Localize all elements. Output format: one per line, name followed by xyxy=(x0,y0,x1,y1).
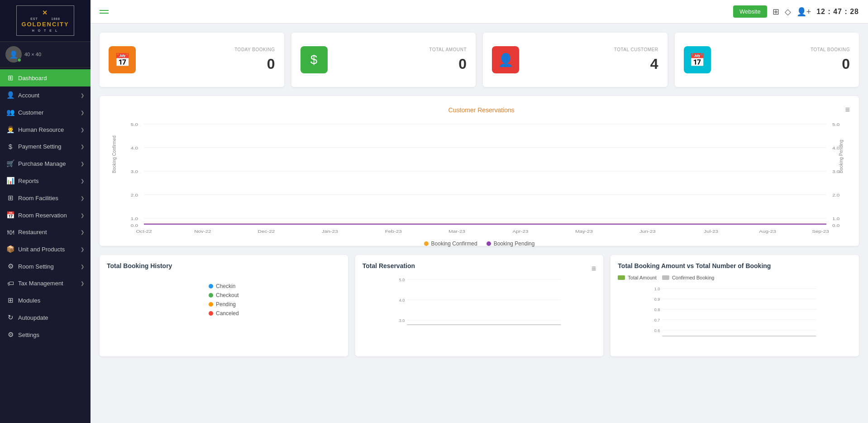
svg-text:Feb-23: Feb-23 xyxy=(385,229,402,234)
logo-box: ✕ EST 1888 GOLDENCITY H O T E L xyxy=(16,5,74,36)
svg-text:5.0: 5.0 xyxy=(399,278,405,282)
legend-dot xyxy=(209,284,213,288)
nav-item-left-autoupdate: ↻ Autoupdate xyxy=(6,313,48,322)
sidebar-item-reports[interactable]: 📊 Reports ❯ xyxy=(0,172,91,189)
nav-item-left-account: 👤 Account xyxy=(6,91,39,99)
sidebar-item-dashboard[interactable]: ⊞ Dashboard xyxy=(0,69,91,87)
topbar-right: Website ⊞ ◇ 👤+ 12 : 47 : 28 xyxy=(733,5,859,18)
stat-card-total-amount: $ TOTAL AMOUNT 0 xyxy=(291,33,476,87)
sidebar-item-tax-management[interactable]: 🏷 Tax Management ❯ xyxy=(0,275,91,292)
user-plus-icon[interactable]: 👤+ xyxy=(796,7,811,17)
nav-item-left-restaurent: 🍽 Restaurent xyxy=(6,228,47,236)
sidebar-item-room-facilities[interactable]: ⊞ Room Facilities ❯ xyxy=(0,189,91,207)
reservation-chart-svg: 5.0 4.0 3.0 xyxy=(362,275,596,347)
svg-text:Jan-23: Jan-23 xyxy=(322,229,338,234)
stat-label-total-customer: TOTAL CUSTOMER xyxy=(526,47,658,52)
sidebar-item-restaurent[interactable]: 🍽 Restaurent ❯ xyxy=(0,224,91,240)
nav-label-customer: Customer xyxy=(18,109,43,116)
diamond-icon[interactable]: ◇ xyxy=(785,7,791,17)
svg-text:0.8: 0.8 xyxy=(654,308,660,312)
stat-label-total-booking: TOTAL BOOKING xyxy=(718,47,850,52)
stat-value-total-amount: 0 xyxy=(335,56,467,72)
nav-icon-payment-setting: $ xyxy=(6,143,14,150)
nav-chevron-human-resource: ❯ xyxy=(81,127,84,132)
sidebar-item-human-resource[interactable]: 👨‍💼 Human Resource ❯ xyxy=(0,121,91,138)
nav-item-left-modules: ⊞ Modules xyxy=(6,296,40,304)
chart-container: 5.0 4.0 3.0 2.0 1.0 0.0 5.0 4.0 3.0 2.0 … xyxy=(109,119,850,237)
svg-text:1.0: 1.0 xyxy=(832,216,839,221)
amount-booking-legend: Total AmountConfirmed Booking xyxy=(618,275,852,280)
sidebar-nav: ⊞ Dashboard 👤 Account ❯ 👥 Customer ❯ 👨‍💼… xyxy=(0,67,91,423)
sidebar-item-room-reservation[interactable]: 📅 Room Reservation ❯ xyxy=(0,207,91,224)
sidebar-item-modules[interactable]: ⊞ Modules xyxy=(0,292,91,309)
reservation-card-header: Total Reservation ≡ xyxy=(362,262,596,275)
avatar: 👤 xyxy=(5,46,22,62)
svg-text:5.0: 5.0 xyxy=(832,122,839,127)
legend-confirmed: Booking Confirmed xyxy=(424,240,477,247)
legend-dot xyxy=(209,311,213,316)
nav-label-room-facilities: Room Facilities xyxy=(18,195,58,202)
hamburger-menu[interactable] xyxy=(100,10,109,14)
sidebar-item-unit-and-products[interactable]: 📦 Unit and Products ❯ xyxy=(0,240,91,258)
nav-item-left-tax-management: 🏷 Tax Management xyxy=(6,279,63,287)
sidebar: ✕ EST 1888 GOLDENCITY H O T E L 👤 40 × 4… xyxy=(0,0,91,423)
nav-icon-customer: 👥 xyxy=(6,108,14,116)
nav-icon-room-reservation: 📅 xyxy=(6,211,14,219)
svg-text:Sep-23: Sep-23 xyxy=(812,229,829,234)
sidebar-item-room-setting[interactable]: ⚙ Room Setting ❯ xyxy=(0,258,91,275)
nav-label-room-setting: Room Setting xyxy=(18,263,54,270)
amount-legend-item-total-amount: Total Amount xyxy=(618,275,657,280)
amount-legend-dot xyxy=(618,275,625,280)
nav-label-unit-and-products: Unit and Products xyxy=(18,246,65,253)
svg-text:2.0: 2.0 xyxy=(131,192,138,197)
stat-card-total-booking: 📅 TOTAL BOOKING 0 xyxy=(675,33,859,87)
website-button[interactable]: Website xyxy=(733,5,767,18)
nav-label-tax-management: Tax Management xyxy=(18,280,63,287)
sidebar-item-payment-setting[interactable]: $ Payment Setting ❯ xyxy=(0,138,91,155)
stat-value-total-booking: 0 xyxy=(718,56,850,72)
sidebar-item-autoupdate[interactable]: ↻ Autoupdate xyxy=(0,309,91,326)
avatar-online-indicator xyxy=(17,58,21,62)
reservation-menu-icon[interactable]: ≡ xyxy=(591,264,596,274)
legend-item-checkout: Checkout xyxy=(209,292,239,298)
nav-icon-tax-management: 🏷 xyxy=(6,279,14,287)
chart-menu-icon[interactable]: ≡ xyxy=(845,105,850,115)
svg-text:1.0: 1.0 xyxy=(131,216,138,221)
svg-text:4.0: 4.0 xyxy=(399,298,405,303)
nav-icon-room-facilities: ⊞ xyxy=(6,194,14,202)
nav-chevron-payment-setting: ❯ xyxy=(81,144,84,149)
reservations-chart-svg: 5.0 4.0 3.0 2.0 1.0 0.0 5.0 4.0 3.0 2.0 … xyxy=(109,119,850,237)
svg-text:Jul-23: Jul-23 xyxy=(704,229,718,234)
reservation-title: Total Reservation xyxy=(362,262,415,269)
nav-label-room-reservation: Room Reservation xyxy=(18,212,67,219)
sidebar-item-customer[interactable]: 👥 Customer ❯ xyxy=(0,104,91,121)
nav-chevron-reports: ❯ xyxy=(81,178,84,183)
sidebar-item-settings[interactable]: ⚙ Settings xyxy=(0,326,91,343)
stat-label-total-amount: TOTAL AMOUNT xyxy=(335,47,467,52)
svg-text:1.0: 1.0 xyxy=(654,287,660,291)
sidebar-item-purchase-manage[interactable]: 🛒 Purchase Manage ❯ xyxy=(0,155,91,172)
stat-card-total-customer: 👤 TOTAL CUSTOMER 4 xyxy=(483,33,668,87)
booking-history-title: Total Booking History xyxy=(107,262,341,269)
legend-text: Checkin xyxy=(216,283,235,289)
amount-vs-booking-title: Total Booking Amount vs Total Number of … xyxy=(618,262,852,269)
nav-label-restaurent: Restaurent xyxy=(18,229,47,236)
grid-icon[interactable]: ⊞ xyxy=(773,7,779,17)
amount-legend-text: Total Amount xyxy=(628,275,657,280)
svg-text:Nov-22: Nov-22 xyxy=(194,229,211,234)
svg-text:Dec-22: Dec-22 xyxy=(258,229,275,234)
sidebar-item-account[interactable]: 👤 Account ❯ xyxy=(0,87,91,104)
nav-chevron-purchase-manage: ❯ xyxy=(81,161,84,166)
legend-pending: Booking Pending xyxy=(486,240,535,247)
booking-history-chart-area: CheckinCheckoutPendingCanceled xyxy=(107,279,341,317)
amount-legend-text: Confirmed Booking xyxy=(672,275,715,280)
stat-icon-total-customer: 👤 xyxy=(492,46,519,73)
nav-chevron-account: ❯ xyxy=(81,93,84,98)
stat-info-total-amount: TOTAL AMOUNT 0 xyxy=(335,47,467,72)
stat-info-today-booking: TODAY BOOKING 0 xyxy=(143,47,275,72)
stat-value-total-customer: 4 xyxy=(526,56,658,72)
nav-item-left-settings: ⚙ Settings xyxy=(6,331,39,339)
nav-label-autoupdate: Autoupdate xyxy=(18,314,48,321)
nav-item-left-dashboard: ⊞ Dashboard xyxy=(6,74,47,82)
stat-value-today-booking: 0 xyxy=(143,56,275,72)
